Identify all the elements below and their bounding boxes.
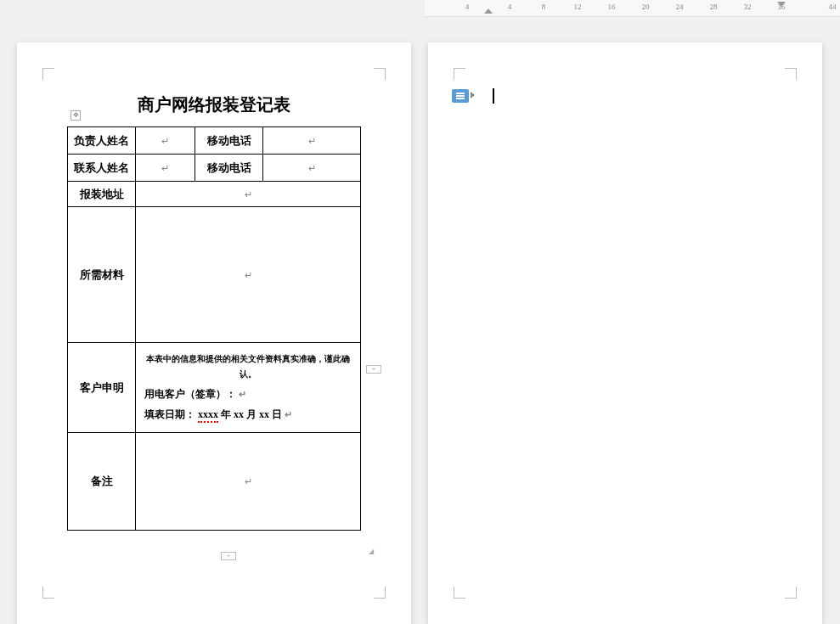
- value-remarks[interactable]: ↵: [136, 433, 361, 531]
- structured-document-tag-icon[interactable]: [452, 89, 469, 103]
- page-2[interactable]: [428, 42, 822, 624]
- table-resize-handle-icon[interactable]: +: [221, 552, 236, 560]
- margin-corner-icon: [454, 68, 465, 80]
- value-contact-name[interactable]: ↵: [136, 155, 195, 182]
- ruler-tick: 12: [574, 3, 582, 11]
- ruler-tick: 44: [829, 3, 837, 11]
- value-mobile-phone[interactable]: ↵: [263, 127, 361, 155]
- date-month-unit: 月: [246, 408, 257, 420]
- date-day-unit: 日: [272, 408, 282, 420]
- table-row: 报装地址 ↵: [68, 182, 361, 207]
- ruler-tick: 32: [744, 3, 752, 11]
- text-cursor-icon: [493, 88, 494, 104]
- date-month-placeholder: xx: [234, 408, 244, 420]
- paragraph-mark-icon: ↵: [308, 163, 316, 173]
- indent-marker-icon[interactable]: [777, 2, 786, 7]
- date-year-unit: 年: [221, 408, 231, 420]
- label-customer-declaration[interactable]: 客户申明: [68, 343, 136, 433]
- value-mobile-phone-2[interactable]: ↵: [263, 155, 361, 182]
- paragraph-mark-icon: ↵: [245, 270, 252, 280]
- ruler-tick: 4: [508, 3, 512, 11]
- margin-corner-icon: [785, 68, 797, 80]
- label-install-address[interactable]: 报装地址: [68, 182, 136, 207]
- paragraph-mark-icon: ↵: [245, 476, 252, 486]
- value-customer-declaration[interactable]: 本表中的信息和提供的相关文件资料真实准确，谨此确认。 用电客户（签章）： ↵ 填…: [136, 343, 361, 433]
- paragraph-mark-icon: ↵: [308, 136, 316, 146]
- table-resize-handle-icon[interactable]: +: [366, 365, 381, 374]
- margin-corner-icon: [374, 587, 386, 599]
- date-year-placeholder: xxxx: [198, 408, 218, 423]
- table-row: 负责人姓名 ↵ 移动电话 ↵: [68, 127, 361, 155]
- value-required-materials[interactable]: ↵: [136, 207, 361, 343]
- paragraph-mark-icon: ↵: [161, 163, 169, 173]
- paragraph-mark-icon: ↵: [239, 389, 246, 399]
- label-remarks[interactable]: 备注: [68, 433, 136, 531]
- label-owner-name[interactable]: 负责人姓名: [68, 127, 136, 155]
- value-owner-name[interactable]: ↵: [136, 127, 195, 155]
- document-workspace: ✥ 商户网络报装登记表 负责人姓名 ↵ 移动电话 ↵ 联系人姓名 ↵ 移动电话 …: [0, 21, 840, 624]
- label-mobile-phone[interactable]: 移动电话: [195, 127, 263, 155]
- margin-corner-icon: [454, 587, 465, 599]
- declaration-confirm-text: 本表中的信息和提供的相关文件资料真实准确，谨此确认。: [144, 351, 352, 382]
- ruler-tick: 16: [608, 3, 616, 11]
- label-mobile-phone-2[interactable]: 移动电话: [195, 155, 263, 182]
- table-row: 备注 ↵: [68, 433, 361, 531]
- table-row: 联系人姓名 ↵ 移动电话 ↵: [68, 155, 361, 182]
- label-contact-name[interactable]: 联系人姓名: [68, 155, 136, 182]
- ruler-tick: 20: [642, 3, 650, 11]
- table-row: 客户申明 本表中的信息和提供的相关文件资料真实准确，谨此确认。 用电客户（签章）…: [68, 343, 361, 433]
- margin-corner-icon: [785, 587, 797, 599]
- indent-marker-icon[interactable]: [484, 8, 493, 14]
- page-1[interactable]: ✥ 商户网络报装登记表 负责人姓名 ↵ 移动电话 ↵ 联系人姓名 ↵ 移动电话 …: [17, 42, 411, 624]
- ruler-tick: 8: [542, 3, 546, 11]
- ruler-tick: 28: [710, 3, 718, 11]
- table-corner-resize-icon[interactable]: ◢: [369, 548, 375, 554]
- label-required-materials[interactable]: 所需材料: [68, 207, 136, 343]
- paragraph-mark-icon: ↵: [161, 136, 169, 146]
- table-row: 所需材料 ↵: [68, 207, 361, 343]
- ruler-tick: 4: [465, 3, 470, 11]
- margin-corner-icon: [374, 68, 386, 80]
- paragraph-mark-icon: ↵: [245, 189, 252, 200]
- declaration-date-label: 填表日期：: [144, 408, 195, 420]
- paragraph-mark-icon: ↵: [285, 409, 292, 419]
- registration-form-table[interactable]: 负责人姓名 ↵ 移动电话 ↵ 联系人姓名 ↵ 移动电话 ↵ 报装地址 ↵ 所需材…: [67, 126, 361, 531]
- margin-corner-icon: [42, 587, 54, 599]
- document-title[interactable]: 商户网络报装登记表: [47, 93, 381, 116]
- horizontal-ruler[interactable]: 4 4 8 12 16 20 24 28 32 36 44: [425, 0, 840, 17]
- date-day-placeholder: xx: [259, 408, 269, 420]
- table-anchor-icon[interactable]: ✥: [70, 110, 81, 121]
- margin-corner-icon: [42, 68, 54, 80]
- ruler-tick: 24: [676, 3, 684, 11]
- declaration-signature-label: 用电客户（签章）：: [144, 388, 236, 400]
- value-install-address[interactable]: ↵: [136, 182, 361, 207]
- dropdown-arrow-icon[interactable]: [471, 92, 475, 98]
